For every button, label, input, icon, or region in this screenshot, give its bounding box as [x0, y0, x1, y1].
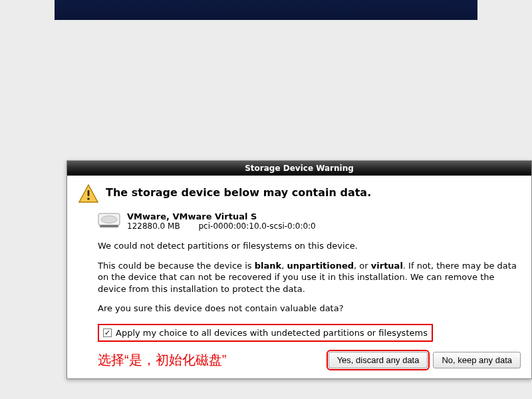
device-path: pci-0000:00:10.0-scsi-0:0:0:0: [199, 221, 316, 231]
annotation-and-buttons-row: 选择“是，初始化磁盘” Yes, discard any data No, ke…: [98, 351, 521, 369]
dialog-titlebar: Storage Device Warning: [67, 161, 531, 176]
device-name: VMware, VMware Virtual S: [127, 211, 316, 221]
apply-all-checkbox-row[interactable]: Apply my choice to all devices with unde…: [98, 324, 433, 342]
dialog-title: Storage Device Warning: [245, 164, 354, 173]
device-size: 122880.0 MB: [127, 221, 180, 231]
svg-point-2: [87, 198, 90, 200]
dialog-button-bar: Yes, discard any data No, keep any data: [329, 352, 521, 368]
hard-drive-icon: [98, 211, 120, 229]
dialog-body: The storage device below may contain dat…: [67, 176, 531, 378]
bold-blank: blank: [255, 261, 281, 271]
dialog-heading: The storage device below may contain dat…: [106, 184, 371, 199]
storage-device-warning-dialog: Storage Device Warning The storage devic…: [66, 160, 532, 379]
bold-virtual: virtual: [371, 261, 403, 271]
body-para-3: Are you sure this device does not contai…: [98, 303, 521, 315]
device-row: VMware, VMware Virtual S 122880.0 MB pci…: [98, 211, 521, 231]
text-span: , or: [354, 261, 371, 271]
red-annotation-text: 选择“是，初始化磁盘”: [98, 351, 322, 369]
body-para-1: We could not detect partitions or filesy…: [98, 240, 521, 252]
yes-discard-button[interactable]: Yes, discard any data: [329, 352, 428, 368]
dialog-body-text: We could not detect partitions or filesy…: [98, 240, 521, 315]
svg-rect-5: [100, 225, 118, 227]
installer-header-banner: [55, 0, 477, 20]
svg-rect-1: [88, 190, 90, 196]
device-info: VMware, VMware Virtual S 122880.0 MB pci…: [127, 211, 316, 231]
checkbox-icon[interactable]: [103, 329, 112, 337]
svg-point-4: [101, 216, 117, 223]
dialog-header-row: The storage device below may contain dat…: [78, 184, 521, 205]
device-meta: 122880.0 MB pci-0000:00:10.0-scsi-0:0:0:…: [127, 221, 316, 231]
text-span: This could be because the device is: [98, 261, 255, 271]
warning-icon: [78, 184, 99, 205]
checkbox-label: Apply my choice to all devices with unde…: [116, 328, 428, 338]
body-para-2: This could be because the device is blan…: [98, 260, 521, 295]
no-keep-button[interactable]: No, keep any data: [433, 352, 521, 368]
bold-unpartitioned: unpartitioned: [287, 261, 354, 271]
